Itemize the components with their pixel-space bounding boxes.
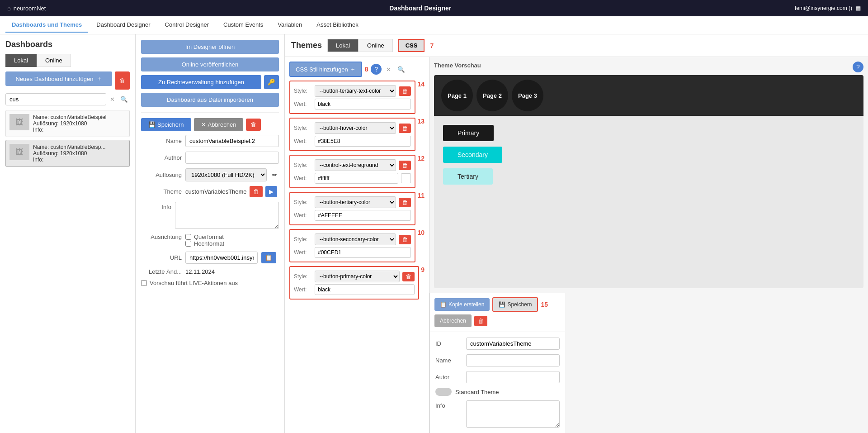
info-textarea[interactable] <box>175 202 279 229</box>
number-8: 8 <box>365 66 368 73</box>
nav-dashboards-themes[interactable]: Dashboards und Themes <box>5 18 88 33</box>
wert-input-10[interactable] <box>315 247 411 258</box>
search-input[interactable] <box>5 93 106 105</box>
cancel-button[interactable]: ✕ Abbrechen <box>194 118 244 131</box>
dashboard-card-2[interactable]: 🖼 Name: customVariableBeisp... Auflösung… <box>5 140 130 167</box>
name-right-input[interactable] <box>466 354 560 366</box>
style-select-9[interactable]: --button-primary-color <box>315 271 400 282</box>
color-swatch-12[interactable] <box>401 173 411 183</box>
style-select-10[interactable]: --button-secondary-color <box>315 233 396 245</box>
live-actions-checkbox[interactable] <box>141 280 147 286</box>
standard-theme-toggle[interactable] <box>435 388 452 396</box>
preview-help-button[interactable]: ? <box>853 62 863 72</box>
autor-input[interactable] <box>466 371 560 383</box>
theme-nav-button[interactable]: ▶ <box>265 186 277 197</box>
sidebar-title: Dashboards <box>5 40 130 49</box>
nav-dashboard-designer[interactable]: Dashboard Designer <box>90 18 156 33</box>
style-card-9: Style: --button-primary-color 🗑 Wert: <box>289 266 419 300</box>
add-rights-button[interactable]: Zu Rechteverwaltung hinzufügen <box>141 75 261 89</box>
live-actions-row: Vorschau führt LIVE-Aktionen aus <box>141 280 279 286</box>
add-dashboard-button[interactable]: Neues Dashboard hinzufügen ＋ <box>5 71 112 86</box>
delete-dashboard-button[interactable]: 🗑 <box>115 71 130 90</box>
add-style-button[interactable]: CSS Stil hinzufügen ＋ <box>289 62 362 77</box>
nav-asset-bibliothek[interactable]: Asset Bibliothek <box>310 18 365 33</box>
help-button[interactable]: ? <box>371 64 382 75</box>
copy-url-button[interactable]: 📋 <box>261 252 276 263</box>
clear-styles-button[interactable]: ✕ <box>384 64 393 75</box>
nav-variablen[interactable]: Variablen <box>271 18 308 33</box>
wert-input-14[interactable] <box>315 99 411 109</box>
wert-input-9[interactable] <box>315 284 415 295</box>
orientation-options: Querformat Hochformat <box>185 233 224 247</box>
info-right-textarea[interactable] <box>466 400 560 428</box>
delete-style-12-button[interactable]: 🗑 <box>399 161 411 170</box>
wert-label-11: Wert: <box>294 212 312 219</box>
style-row-10: Style: --button-secondary-color 🗑 <box>294 233 411 245</box>
themes-tab-local[interactable]: Lokal <box>327 39 359 52</box>
landscape-checkbox[interactable] <box>185 234 191 240</box>
abbrechen-right-button[interactable]: Abbrechen <box>434 314 472 327</box>
number-7: 7 <box>430 42 434 49</box>
delete-button[interactable]: 🗑 <box>246 119 261 131</box>
nav-control-designer[interactable]: Control Designer <box>159 18 216 33</box>
style-card-10: Style: --button-secondary-color 🗑 Wert: <box>289 229 415 262</box>
style-row-12: Style: --control-text-foreground 🗑 <box>294 159 411 171</box>
css-button[interactable]: CSS <box>398 39 425 52</box>
open-designer-button[interactable]: Im Designer öffnen <box>141 40 279 54</box>
theme-value: customVariablesTheme <box>185 188 247 195</box>
wert-input-13[interactable] <box>315 136 411 147</box>
style-select-14[interactable]: --button-tertiary-text-color <box>315 85 396 97</box>
url-input[interactable] <box>185 252 258 264</box>
style-select-12[interactable]: --control-text-foreground <box>315 159 396 171</box>
import-button[interactable]: Dashboard aus Datei importieren <box>141 93 279 107</box>
preview-secondary-button[interactable]: Secondary <box>443 147 502 163</box>
nav-custom-events[interactable]: Custom Events <box>217 18 269 33</box>
delete-style-14-button[interactable]: 🗑 <box>399 86 411 96</box>
style-select-11[interactable]: --button-tertiary-color <box>315 196 396 208</box>
style-select-13[interactable]: --button-hover-color <box>315 122 396 134</box>
delete-theme-button[interactable]: 🗑 <box>474 316 487 326</box>
delete-style-9-button[interactable]: 🗑 <box>402 272 415 281</box>
wert-row-12: Wert: <box>294 173 411 184</box>
name-input[interactable] <box>185 135 279 147</box>
plus-icon-style: ＋ <box>350 65 356 73</box>
author-input[interactable] <box>185 152 279 164</box>
wert-input-11[interactable] <box>315 210 411 221</box>
dashboard-card-1[interactable]: 🖼 Name: customVariableBeispiel Auflösung… <box>5 110 130 137</box>
delete-style-11-button[interactable]: 🗑 <box>399 198 411 207</box>
search-button[interactable]: 🔍 <box>118 94 130 105</box>
preview-tertiary-button[interactable]: Tertiary <box>443 168 493 185</box>
publish-online-button[interactable]: Online veröffentlichen <box>141 57 279 71</box>
wert-label-9: Wert: <box>294 286 312 293</box>
preview-tab-3[interactable]: Page 3 <box>512 80 543 111</box>
user-email: femi@insynergie.com () <box>795 5 852 11</box>
dashboard-thumb-1: 🖼 <box>9 114 29 130</box>
style-card-13: Style: --button-hover-color 🗑 Wert: <box>289 118 415 151</box>
name-label: Name <box>141 138 182 144</box>
tab-local[interactable]: Lokal <box>5 54 37 67</box>
preview-right-wrapper: Theme Vorschau ? Page 1 Page 2 Page 3 Pr… <box>429 57 868 433</box>
search-styles-button[interactable]: 🔍 <box>396 64 407 75</box>
preview-tab-1[interactable]: Page 1 <box>441 80 473 111</box>
portrait-checkbox[interactable] <box>185 241 191 247</box>
delete-style-13-button[interactable]: 🗑 <box>399 124 411 133</box>
tab-online[interactable]: Online <box>37 54 71 67</box>
edit-resolution-button[interactable]: ✏ <box>270 170 279 180</box>
style-row-9: Style: --button-primary-color 🗑 <box>294 271 415 282</box>
themes-tab-online[interactable]: Online <box>359 39 393 52</box>
id-input[interactable] <box>466 338 560 350</box>
wert-input-12[interactable] <box>315 173 398 184</box>
kopie-erstellen-button[interactable]: 📋 Kopie erstellen <box>434 298 490 311</box>
clear-search-button[interactable]: ✕ <box>108 94 117 105</box>
resolution-label: Auflösung <box>141 171 182 178</box>
speichern-right-button[interactable]: 💾 Speichern <box>492 297 538 312</box>
theme-delete-button[interactable]: 🗑 <box>250 186 263 197</box>
save-icon: 💾 <box>148 121 156 128</box>
preview-tab-2[interactable]: Page 2 <box>476 80 508 111</box>
delete-style-10-button[interactable]: 🗑 <box>399 235 411 244</box>
lock-icon-button[interactable]: 🔑 <box>264 75 279 89</box>
save-button[interactable]: 💾 Speichern <box>141 118 191 131</box>
preview-primary-button[interactable]: Primary <box>443 125 494 141</box>
resolution-select[interactable]: 1920x1080 (Full HD/2K) <box>185 168 267 181</box>
preview-label: Theme Vorschau <box>434 62 481 69</box>
